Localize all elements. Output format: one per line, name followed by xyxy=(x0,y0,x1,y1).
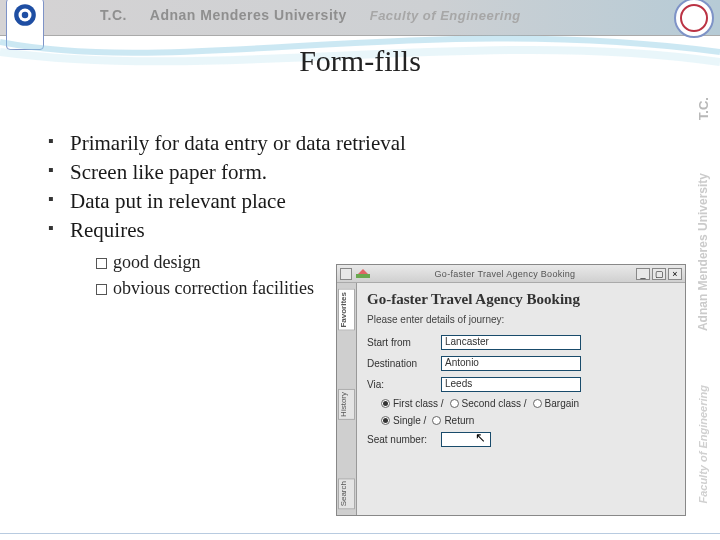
sidebar-tab-search[interactable]: Search xyxy=(338,478,355,509)
input-destination[interactable]: Antonio xyxy=(441,356,581,371)
side-wm-fac: Faculty of Engineering xyxy=(697,385,709,504)
bullet-item: Primarily for data entry or data retriev… xyxy=(48,130,658,157)
header-banner: T.C. Adnan Menderes University Faculty o… xyxy=(0,0,720,36)
app-icon xyxy=(356,268,370,280)
header-faculty: Faculty of Engineering xyxy=(370,8,521,23)
sysmenu-icon[interactable] xyxy=(340,268,352,280)
svg-rect-3 xyxy=(356,274,370,278)
header-tc: T.C. xyxy=(100,7,127,23)
label-via: Via: xyxy=(367,379,441,390)
input-via[interactable]: Leeds xyxy=(441,377,581,392)
side-wm-uni: Adnan Menderes University xyxy=(696,173,710,331)
sidebar-tab-history[interactable]: History xyxy=(338,389,355,420)
close-button[interactable]: × xyxy=(668,268,682,280)
header-text: T.C. Adnan Menderes University Faculty o… xyxy=(100,6,521,24)
label-seat: Seat number: xyxy=(367,434,441,445)
radio-bargain[interactable]: Bargain xyxy=(533,398,579,409)
form-main: Go-faster Travel Agency Booking Please e… xyxy=(357,283,685,515)
bullet-item-label: Requires xyxy=(70,218,145,242)
footer-rule xyxy=(0,533,720,534)
side-watermark: T.C. Adnan Menderes University Faculty o… xyxy=(688,70,718,530)
radio-second-class[interactable]: Second class / xyxy=(450,398,527,409)
window-titlebar: Go-faster Travel Agency Booking _ ▢ × xyxy=(337,265,685,283)
label-destination: Destination xyxy=(367,358,441,369)
side-wm-tc: T.C. xyxy=(696,97,711,120)
radio-return[interactable]: Return xyxy=(432,415,474,426)
form-prompt: Please enter details of journey: xyxy=(367,314,675,325)
svg-marker-4 xyxy=(358,269,368,274)
label-start: Start from xyxy=(367,337,441,348)
radio-group-trip: Single / Return xyxy=(381,415,675,426)
bullet-item: Data put in relevant place xyxy=(48,188,658,215)
form-sidebar: Favorites History Search xyxy=(337,283,357,515)
checkbox-icon xyxy=(96,284,107,295)
sidebar-tab-favorites[interactable]: Favorites xyxy=(338,289,355,331)
header-university: Adnan Menderes University xyxy=(150,7,347,23)
window-title: Go-faster Travel Agency Booking xyxy=(374,269,636,279)
form-heading: Go-faster Travel Agency Booking xyxy=(367,291,675,308)
radio-group-class: First class / Second class / Bargain xyxy=(381,398,675,409)
slide-title: Form-fills xyxy=(0,44,720,78)
maximize-button[interactable]: ▢ xyxy=(652,268,666,280)
university-logo-left xyxy=(6,0,44,50)
radio-first-class[interactable]: First class / xyxy=(381,398,444,409)
minimize-button[interactable]: _ xyxy=(636,268,650,280)
bullet-item: Screen like paper form. xyxy=(48,159,658,186)
slide: T.C. Adnan Menderes University Faculty o… xyxy=(0,0,720,540)
window-controls: _ ▢ × xyxy=(636,268,682,280)
radio-single[interactable]: Single / xyxy=(381,415,426,426)
form-window: Go-faster Travel Agency Booking _ ▢ × Fa… xyxy=(336,264,686,516)
checkbox-icon xyxy=(96,258,107,269)
input-start[interactable]: Lancaster xyxy=(441,335,581,350)
svg-point-2 xyxy=(22,12,29,19)
faculty-logo-right xyxy=(674,0,714,38)
input-seat[interactable] xyxy=(441,432,491,447)
